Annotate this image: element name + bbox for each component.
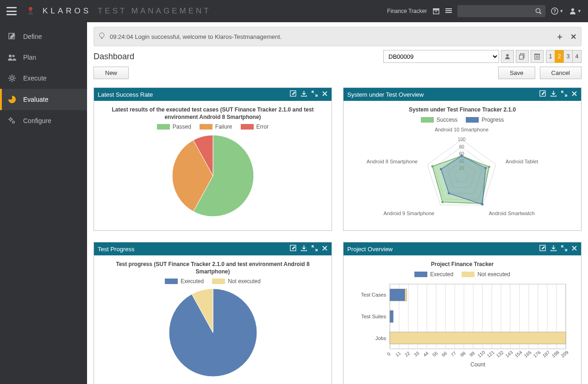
lightbulb-icon: [99, 32, 105, 41]
close-notice-icon[interactable]: ✕: [570, 32, 576, 41]
layout-cell-4[interactable]: 4: [572, 50, 582, 63]
project-name: Finance Tracker: [387, 8, 427, 14]
svg-point-67: [488, 166, 490, 168]
svg-text:88: 88: [459, 350, 467, 358]
menu-toggle-icon[interactable]: [6, 7, 17, 15]
svg-text:198: 198: [551, 349, 560, 358]
sut-radar-chart: 20406080100Android 10 SmartphoneAndroid …: [348, 125, 575, 222]
page-title: Dashboard: [94, 52, 134, 62]
svg-point-7: [536, 9, 540, 13]
svg-point-72: [461, 155, 463, 157]
svg-text:165: 165: [523, 349, 532, 358]
svg-text:99: 99: [469, 350, 476, 358]
panel-success-rate: Latest Success Rate Latest results of th…: [94, 87, 332, 231]
svg-text:Android Smartwatch: Android Smartwatch: [489, 210, 535, 216]
cancel-button[interactable]: Cancel: [540, 67, 582, 79]
search-icon[interactable]: [535, 8, 542, 14]
download-panel-icon[interactable]: [550, 90, 557, 99]
close-panel-icon[interactable]: [322, 91, 328, 98]
success-rate-pie: [169, 132, 257, 220]
help-icon[interactable]: ? ▼: [551, 7, 563, 15]
svg-text:66: 66: [441, 350, 448, 358]
chart-title: System under Test Finance Tracker 2.1.0: [348, 106, 576, 114]
sidebar-item-label: Define: [23, 33, 42, 40]
panel-title: System under Test Overview: [347, 91, 424, 98]
layout-cell-2[interactable]: 2: [555, 50, 564, 63]
svg-text:Test Cases: Test Cases: [361, 292, 387, 297]
download-panel-icon[interactable]: [300, 90, 307, 99]
svg-text:110: 110: [477, 349, 486, 358]
panel-sut-overview: System under Test Overview System under …: [343, 87, 582, 231]
top-bar: KLAROS TEST MANAGEMENT Finance Tracker ?…: [0, 0, 588, 22]
chart-legend: Executed Not executed: [348, 271, 576, 278]
svg-line-21: [14, 80, 15, 81]
svg-rect-34: [519, 55, 523, 59]
sidebar-item-label: Evaluate: [23, 96, 48, 103]
panel-title: Test Progress: [98, 246, 134, 253]
svg-text:11: 11: [394, 350, 402, 358]
expand-panel-icon[interactable]: [561, 245, 568, 253]
user-icon[interactable]: ▼: [569, 7, 582, 15]
sidebar-item-evaluate[interactable]: Evaluate: [0, 89, 87, 110]
sidebar-item-label: Execute: [23, 74, 47, 82]
panel-test-progress: Test Progress Test progress (SUT Finance…: [94, 242, 332, 384]
svg-line-8: [540, 12, 542, 14]
edit-icon: [7, 32, 17, 41]
svg-text:Count: Count: [470, 361, 486, 368]
chart-title: Latest results of the executed test case…: [99, 106, 327, 121]
svg-point-14: [13, 55, 15, 57]
download-panel-icon[interactable]: [550, 245, 557, 253]
sidebar-item-label: Configure: [23, 117, 51, 124]
list-icon[interactable]: [445, 8, 452, 14]
delete-icon[interactable]: [531, 50, 544, 63]
close-panel-icon[interactable]: [571, 91, 577, 98]
edit-panel-icon[interactable]: [539, 90, 546, 99]
dashboard-select[interactable]: DB00009: [383, 50, 499, 63]
search-input[interactable]: [457, 5, 545, 17]
expand-panel-icon[interactable]: [561, 90, 568, 99]
sidebar-item-plan[interactable]: Plan: [0, 47, 87, 68]
edit-panel-icon[interactable]: [290, 90, 297, 99]
owner-icon[interactable]: [501, 50, 514, 63]
chart-legend: Executed Not executed: [99, 278, 327, 285]
svg-text:187: 187: [542, 349, 551, 358]
chart-title: Test progress (SUT Finance Tracker 2.1.0…: [99, 261, 327, 275]
svg-text:77: 77: [450, 350, 457, 358]
add-widget-icon[interactable]: ＋: [556, 31, 564, 42]
notice-text: 09:24:04 Login successful, welcome to Kl…: [110, 33, 281, 40]
edit-panel-icon[interactable]: [290, 245, 297, 253]
svg-text:?: ?: [553, 9, 556, 14]
svg-rect-3: [435, 11, 437, 12]
svg-rect-132: [390, 310, 393, 322]
svg-point-11: [571, 8, 574, 11]
new-button[interactable]: New: [94, 67, 129, 79]
svg-rect-1: [433, 8, 439, 10]
close-panel-icon[interactable]: [571, 245, 577, 253]
sidebar-item-label: Plan: [23, 54, 36, 61]
download-panel-icon[interactable]: [300, 245, 307, 253]
search-field[interactable]: [461, 7, 535, 15]
svg-point-70: [431, 165, 433, 167]
layout-cell-1[interactable]: 1: [546, 50, 555, 63]
svg-text:Jobs: Jobs: [375, 335, 387, 341]
edit-panel-icon[interactable]: [539, 245, 546, 253]
svg-point-30: [100, 33, 104, 37]
test-progress-pie: [167, 286, 259, 379]
save-button[interactable]: Save: [498, 67, 535, 79]
chart-title: Project Finance Tracker: [348, 261, 576, 268]
copy-icon[interactable]: [516, 50, 529, 63]
sidebar-item-define[interactable]: Define: [0, 26, 87, 47]
svg-point-24: [10, 118, 12, 120]
archive-icon[interactable]: [432, 8, 440, 14]
layout-cell-3[interactable]: 3: [563, 50, 573, 63]
svg-point-73: [484, 167, 487, 169]
svg-rect-5: [445, 10, 452, 11]
svg-text:55: 55: [432, 350, 439, 358]
gear-icon: [7, 74, 17, 82]
close-panel-icon[interactable]: [322, 245, 328, 253]
sidebar-item-execute[interactable]: Execute: [0, 68, 87, 89]
expand-panel-icon[interactable]: [311, 245, 318, 253]
sidebar-item-configure[interactable]: Configure: [0, 110, 87, 131]
expand-panel-icon[interactable]: [311, 90, 318, 99]
cogs-icon: [7, 117, 17, 125]
